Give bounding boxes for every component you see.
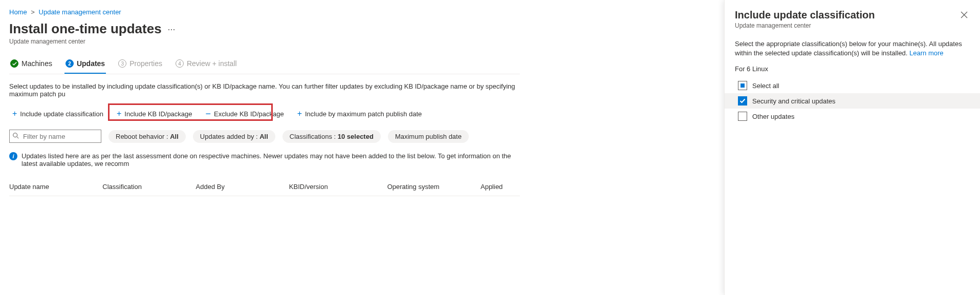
column-kbid[interactable]: KBID/version xyxy=(289,183,387,191)
chevron-right-icon: > xyxy=(31,8,35,16)
panel-title: Include update classification xyxy=(735,9,875,21)
checkbox-label: Security and critical updates xyxy=(752,97,836,105)
info-text: Updates listed here are as per the last … xyxy=(21,152,520,167)
close-button[interactable] xyxy=(959,9,970,20)
pill-label: Maximum publish date xyxy=(395,133,462,140)
include-classification-panel: Include update classification Update man… xyxy=(724,0,980,295)
security-updates-row[interactable]: Security and critical updates xyxy=(725,93,980,109)
pill-label: Reboot behavior : xyxy=(116,133,170,140)
button-label: Include KB ID/package xyxy=(124,110,192,118)
checkmark-icon xyxy=(10,59,18,68)
column-classification[interactable]: Classification xyxy=(102,183,195,191)
reboot-behavior-filter[interactable]: Reboot behavior : All xyxy=(108,130,186,143)
button-label: Include update classification xyxy=(20,110,103,118)
include-classification-button[interactable]: + Include update classification xyxy=(9,108,106,120)
updates-added-by-filter[interactable]: Updates added by : All xyxy=(193,130,275,143)
breadcrumb-home[interactable]: Home xyxy=(9,8,27,16)
select-all-row[interactable]: Select all xyxy=(735,78,970,93)
button-label: Exclude KB ID/package xyxy=(214,110,284,118)
step-number-icon: 4 xyxy=(176,59,184,68)
filters-row: Reboot behavior : All Updates added by :… xyxy=(9,130,520,143)
exclude-kb-button[interactable]: − Exclude KB ID/package xyxy=(203,107,287,120)
step-review[interactable]: 4 Review + install xyxy=(175,56,238,74)
plus-icon: + xyxy=(117,110,121,118)
step-number-icon: 2 xyxy=(66,59,74,68)
step-number-icon: 3 xyxy=(118,59,126,68)
checkbox-indeterminate-icon xyxy=(738,81,747,90)
step-label: Review + install xyxy=(187,59,237,68)
column-os[interactable]: Operating system xyxy=(387,183,481,191)
pill-label: Updates added by : xyxy=(200,133,259,140)
page-title: Install one-time updates xyxy=(9,21,162,37)
close-icon xyxy=(961,11,968,18)
other-updates-row[interactable]: Other updates xyxy=(735,109,970,124)
include-date-button[interactable]: + Include by maximum patch publish date xyxy=(294,108,425,120)
panel-subtitle: Update management center xyxy=(735,22,875,29)
column-applied[interactable]: Applied xyxy=(481,183,520,191)
wizard-steps: Machines 2 Updates 3 Properties 4 Review… xyxy=(9,56,520,74)
step-updates[interactable]: 2 Updates xyxy=(64,56,106,74)
column-update-name[interactable]: Update name xyxy=(9,183,102,191)
learn-more-link[interactable]: Learn more xyxy=(909,49,943,57)
pill-value: All xyxy=(170,133,179,140)
breadcrumb: Home > Update management center xyxy=(9,8,520,16)
plus-icon: + xyxy=(297,110,302,118)
pill-value: 10 selected xyxy=(338,133,374,140)
plus-icon: + xyxy=(12,110,17,118)
checkbox-unchecked-icon xyxy=(738,112,747,121)
panel-description: Select the appropriate classification(s)… xyxy=(735,39,970,58)
checkbox-label: Other updates xyxy=(752,113,794,120)
info-bar: i Updates listed here are as per the las… xyxy=(9,152,520,167)
instructions-text: Select updates to be installed by includ… xyxy=(9,82,520,98)
step-label: Properties xyxy=(129,59,162,68)
pill-value: All xyxy=(259,133,268,140)
panel-for-label: For 6 Linux xyxy=(735,65,970,73)
step-label: Updates xyxy=(77,59,105,68)
filter-by-name-input[interactable] xyxy=(9,130,101,143)
actions-toolbar: + Include update classification + Includ… xyxy=(9,107,520,120)
classifications-filter[interactable]: Classifications : 10 selected xyxy=(282,130,381,143)
pill-label: Classifications : xyxy=(290,133,338,140)
include-kb-button[interactable]: + Include KB ID/package xyxy=(114,108,195,120)
info-icon: i xyxy=(9,152,17,160)
more-actions-icon[interactable]: ··· xyxy=(168,25,176,34)
step-machines[interactable]: Machines xyxy=(9,56,53,74)
checkbox-checked-icon xyxy=(738,96,747,106)
minus-icon: − xyxy=(206,109,211,118)
max-publish-date-filter[interactable]: Maximum publish date xyxy=(388,130,469,143)
step-properties[interactable]: 3 Properties xyxy=(117,56,163,74)
step-label: Machines xyxy=(21,59,52,68)
breadcrumb-update-center[interactable]: Update management center xyxy=(39,8,121,16)
button-label: Include by maximum patch publish date xyxy=(305,110,422,118)
column-added-by[interactable]: Added By xyxy=(196,183,289,191)
table-header-row: Update name Classification Added By KBID… xyxy=(9,178,520,196)
checkbox-label: Select all xyxy=(752,82,779,90)
page-subtitle: Update management center xyxy=(9,38,520,45)
